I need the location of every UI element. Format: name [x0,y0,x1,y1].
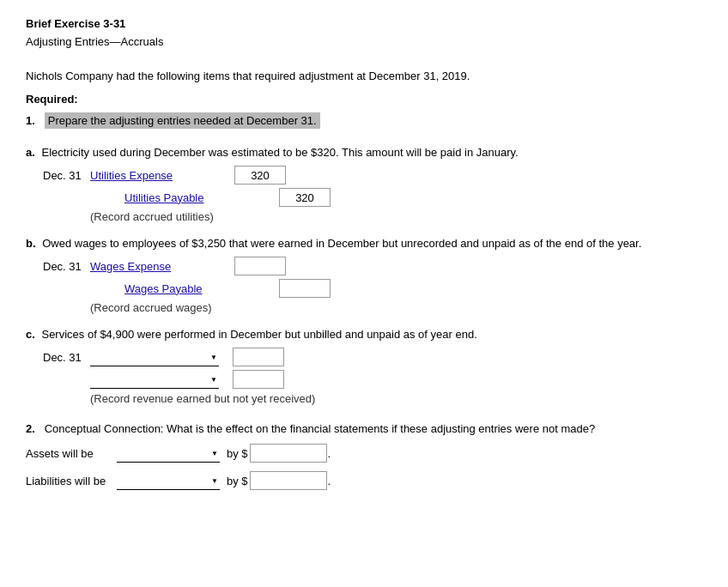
section-b-text: Owed wages to employees of $3,250 that w… [42,237,641,250]
section-b-label: b. [26,237,36,250]
section-b-credit-account: Wages Payable [90,282,228,295]
section-c-debit-dropdown[interactable]: Accounts Receivable Service Revenue Unea… [90,348,219,366]
section-c-date: Dec. 31 [43,351,90,364]
exercise-description: Nichols Company had the following items … [26,70,702,82]
required-label: Required: [26,93,702,106]
section-a: a. Electricity used during December was … [26,146,702,223]
section-c-credit-dropdown-wrapper[interactable]: Accounts Receivable Service Revenue Unea… [90,370,219,389]
assets-dropdown-wrapper[interactable]: understated overstated [117,444,220,463]
section-b-debit-account: Wages Expense [90,260,228,273]
page-container: Brief Exercise 3-31 Adjusting Entries—Ac… [26,17,702,490]
item2-text: Conceptual Connection: What is the effec… [45,422,595,435]
liabilities-dropdown[interactable]: understated overstated [117,471,220,490]
liabilities-dropdown-wrapper[interactable]: understated overstated [117,471,220,490]
section-c-note: (Record revenue earned but not yet recei… [90,392,702,405]
section-c-debit-dropdown-wrapper[interactable]: Accounts Receivable Service Revenue Unea… [90,348,219,366]
item1-label: 1. [26,114,35,127]
section-a-credit-account: Utilities Payable [90,191,228,204]
section-b-credit-amount-box[interactable] [279,279,331,298]
item1-highlight: Prepare the adjusting entries needed at … [45,112,320,129]
section-a-debit-account: Utilities Expense [90,169,228,182]
exercise-subtitle: Adjusting Entries—Accruals [26,35,702,48]
section-a-text: Electricity used during December was est… [41,146,518,159]
assets-dollar-input[interactable] [250,444,327,463]
assets-dropdown[interactable]: understated overstated [117,444,220,463]
section-c-credit-dropdown[interactable]: Accounts Receivable Service Revenue Unea… [90,370,219,389]
section-2: 2. Conceptual Connection: What is the ef… [26,422,702,490]
assets-label: Assets will be [26,447,112,460]
liabilities-by-dollar-label: by $ [227,475,248,487]
section-a-credit-amount-box[interactable]: 320 [279,188,331,207]
section-a-label: a. [26,146,35,159]
section-a-debit-amount-box[interactable]: 320 [234,166,286,185]
section-c-debit-amount-box[interactable] [233,348,284,366]
section-c: c. Services of $4,900 were performed in … [26,328,702,405]
liabilities-period: . [328,475,331,487]
section-b-note: (Record accrued wages) [90,301,702,314]
section-a-date: Dec. 31 [43,169,90,182]
section-b-debit-amount-box[interactable] [234,257,286,275]
section-c-label: c. [26,328,35,341]
liabilities-dollar-input[interactable] [250,471,327,490]
section-c-text: Services of $4,900 were performed in Dec… [41,328,476,341]
section-b-date: Dec. 31 [43,260,90,273]
liabilities-label: Liabilities will be [26,475,112,487]
section-b: b. Owed wages to employees of $3,250 tha… [26,237,702,314]
assets-period: . [328,447,331,460]
section-a-note: (Record accrued utilities) [90,210,702,223]
item2-label: 2. [26,422,35,435]
section-c-credit-amount-box[interactable] [233,370,284,389]
assets-by-dollar-label: by $ [227,447,248,460]
exercise-title: Brief Exercise 3-31 [26,17,702,30]
